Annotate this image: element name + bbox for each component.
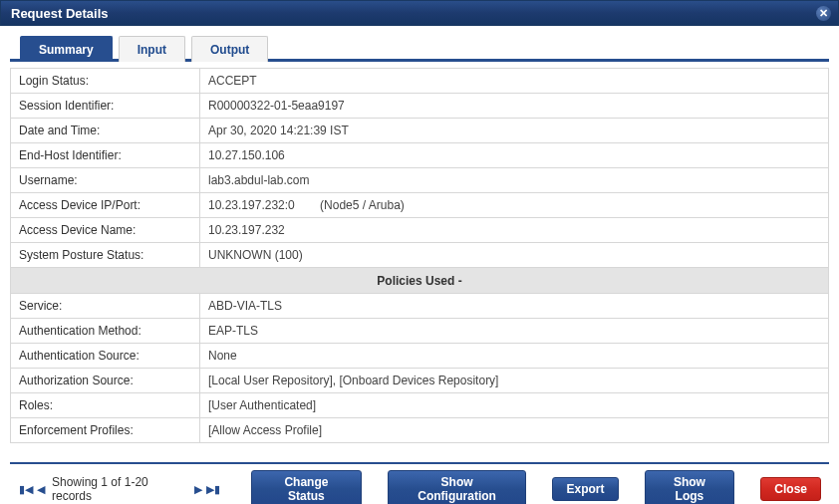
label-service: Service: bbox=[11, 294, 200, 319]
label-access-name: Access Device Name: bbox=[11, 218, 200, 243]
value-access-ip-port-main: 10.23.197.232:0 bbox=[208, 198, 295, 212]
label-posture: System Posture Status: bbox=[11, 243, 200, 268]
details-scroll-area[interactable]: Login Status: ACCEPT Session Identifier:… bbox=[10, 68, 829, 462]
tab-bar: Summary Input Output bbox=[10, 34, 829, 62]
pager-prev-icon[interactable]: ◀ bbox=[36, 483, 46, 496]
dialog-titlebar: Request Details ✕ bbox=[0, 0, 839, 26]
label-end-host: End-Host Identifier: bbox=[11, 143, 200, 168]
dialog-body: Summary Input Output Login Status: ACCEP… bbox=[0, 26, 839, 504]
value-auth-source: None bbox=[200, 344, 829, 369]
label-auth-source: Authentication Source: bbox=[11, 344, 200, 369]
label-auth-method: Authentication Method: bbox=[11, 319, 200, 344]
value-datetime: Apr 30, 2020 14:21:39 IST bbox=[200, 119, 829, 143]
tab-summary[interactable]: Summary bbox=[20, 36, 113, 62]
section-policies-header: Policies Used - bbox=[11, 268, 829, 294]
label-authz-source: Authorization Source: bbox=[11, 369, 200, 393]
value-service: ABD-VIA-TLS bbox=[200, 294, 829, 319]
value-username: lab3.abdul-lab.com bbox=[200, 168, 829, 193]
label-datetime: Date and Time: bbox=[11, 119, 200, 143]
value-session-id: R00000322-01-5eaa9197 bbox=[200, 94, 829, 119]
label-username: Username: bbox=[11, 168, 200, 193]
pager-first-icon[interactable]: ▮◀ bbox=[18, 483, 34, 496]
label-access-ip-port: Access Device IP/Port: bbox=[11, 193, 200, 218]
value-access-ip-port: 10.23.197.232:0 (Node5 / Aruba) bbox=[200, 193, 829, 218]
pager: ▮◀ ◀ Showing 1 of 1-20 records ▶ ▶▮ bbox=[18, 475, 221, 503]
value-posture: UNKNOWN (100) bbox=[200, 243, 829, 268]
export-button[interactable]: Export bbox=[552, 477, 618, 501]
value-roles: [User Authenticated] bbox=[200, 393, 829, 418]
value-access-ip-port-extra: (Node5 / Aruba) bbox=[320, 198, 405, 212]
close-button[interactable]: Close bbox=[760, 477, 821, 501]
label-roles: Roles: bbox=[11, 393, 200, 418]
label-session-id: Session Identifier: bbox=[11, 94, 200, 119]
summary-table: Login Status: ACCEPT Session Identifier:… bbox=[10, 68, 829, 443]
change-status-button[interactable]: Change Status bbox=[251, 470, 361, 504]
pager-next-icon[interactable]: ▶ bbox=[193, 483, 203, 496]
dialog-title: Request Details bbox=[11, 6, 109, 21]
value-authz-source: [Local User Repository], [Onboard Device… bbox=[200, 369, 829, 393]
show-configuration-button[interactable]: Show Configuration bbox=[388, 470, 527, 504]
label-enforcement: Enforcement Profiles: bbox=[11, 418, 200, 443]
value-login-status: ACCEPT bbox=[200, 69, 829, 94]
value-auth-method: EAP-TLS bbox=[200, 319, 829, 344]
tab-input[interactable]: Input bbox=[119, 36, 185, 62]
value-access-name: 10.23.197.232 bbox=[200, 218, 829, 243]
pager-text: Showing 1 of 1-20 records bbox=[52, 475, 187, 503]
close-icon[interactable]: ✕ bbox=[816, 6, 831, 21]
value-end-host: 10.27.150.106 bbox=[200, 143, 829, 168]
value-enforcement: [Allow Access Profile] bbox=[200, 418, 829, 443]
show-logs-button[interactable]: Show Logs bbox=[645, 470, 735, 504]
pager-last-icon[interactable]: ▶▮ bbox=[205, 483, 221, 496]
label-login-status: Login Status: bbox=[11, 69, 200, 94]
dialog-footer: ▮◀ ◀ Showing 1 of 1-20 records ▶ ▶▮ Chan… bbox=[10, 462, 829, 504]
tab-output[interactable]: Output bbox=[191, 36, 268, 62]
